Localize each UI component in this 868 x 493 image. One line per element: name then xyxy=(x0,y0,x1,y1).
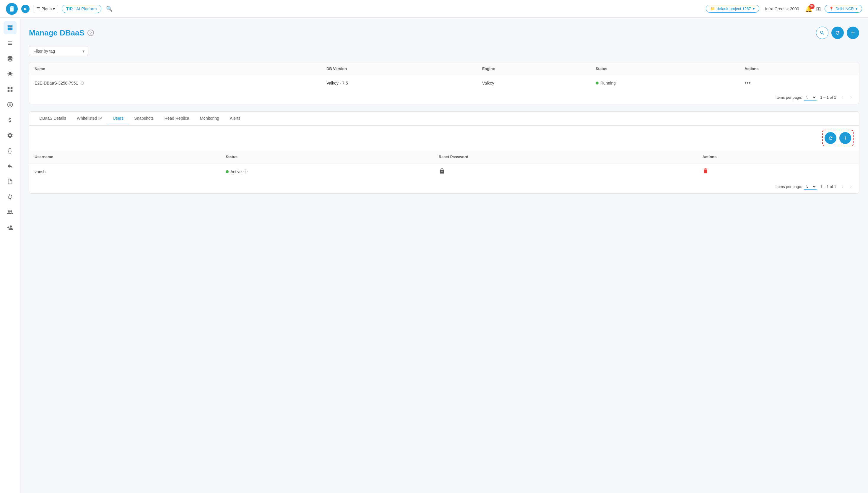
search-button[interactable] xyxy=(816,27,828,39)
users-refresh-button[interactable] xyxy=(825,132,837,144)
plans-icon: ☰ xyxy=(36,6,40,11)
main-table-pagination: Items per page: 5 10 25 1 – 1 of 1 ‹ › xyxy=(29,90,859,104)
sidebar-item-grid[interactable] xyxy=(3,83,17,96)
items-per-page-select[interactable]: 5 10 25 xyxy=(804,94,817,101)
tab-users[interactable]: Users xyxy=(108,112,129,125)
sidebar-item-billing[interactable] xyxy=(3,113,17,127)
users-pagination-prev[interactable]: ‹ xyxy=(840,183,845,190)
sidebar-item-storage[interactable] xyxy=(3,52,17,65)
sidebar-item-dashboard[interactable] xyxy=(3,21,17,34)
filter-row: Filter by tag xyxy=(29,46,859,56)
user-username: vansh xyxy=(29,164,220,180)
project-chevron-icon: ▾ xyxy=(753,6,755,11)
status-cell: Running xyxy=(596,81,734,85)
delete-user-button[interactable] xyxy=(702,169,709,175)
db-name-cell: E2E-DBaaS-3258-7951 ⊙ xyxy=(35,80,316,86)
notification-count: 34 xyxy=(809,4,815,9)
tab-snapshots[interactable]: Snapshots xyxy=(129,112,159,125)
plans-label: Plans xyxy=(41,6,52,11)
items-per-page-control: Items per page: 5 10 25 xyxy=(776,94,817,101)
db-version-cell: Valkey - 7.5 xyxy=(321,76,477,91)
notifications-bell[interactable]: 🔔 34 xyxy=(805,5,813,13)
tabs-container: DBaaS Details Whitelisted IP Users Snaps… xyxy=(29,111,859,194)
grid-menu-icon[interactable]: ⊞ xyxy=(816,5,821,13)
pagination-next[interactable]: › xyxy=(848,94,853,101)
users-table: Username Status Reset Password Actions v… xyxy=(29,150,859,180)
sidebar-item-team[interactable] xyxy=(3,206,17,219)
sidebar-item-database[interactable] xyxy=(3,37,17,50)
plans-chevron: ▾ xyxy=(53,6,55,11)
col-status: Status xyxy=(590,62,739,76)
engine-cell: Valkey xyxy=(477,76,590,91)
search-icon[interactable]: 🔍 xyxy=(106,6,113,12)
users-items-per-page-select[interactable]: 5 10 25 xyxy=(804,183,817,190)
db-name-text: E2E-DBaaS-3258-7951 xyxy=(35,81,78,85)
users-items-per-page-control: Items per page: 5 10 25 xyxy=(776,183,817,190)
tab-dbaas-details[interactable]: DBaaS Details xyxy=(34,112,71,125)
project-name: default-project-1287 xyxy=(717,6,751,11)
user-status-text: Active xyxy=(230,169,242,174)
dbaas-table-container: Name DB Version Engine Status Actions E2… xyxy=(29,62,859,104)
tab-whitelisted-ip[interactable]: Whitelisted IP xyxy=(71,112,108,125)
filter-by-tag[interactable]: Filter by tag xyxy=(29,46,88,56)
col-actions: Actions xyxy=(739,62,859,76)
add-user-button[interactable] xyxy=(839,132,851,144)
user-status-info-icon[interactable]: ⓘ xyxy=(243,169,248,174)
sidebar-item-file[interactable] xyxy=(3,175,17,188)
sidebar: {} xyxy=(0,18,20,493)
sidebar-item-code[interactable]: {} xyxy=(3,144,17,157)
pagination-prev[interactable]: ‹ xyxy=(840,94,845,101)
col-db-version: DB Version xyxy=(321,62,477,76)
sidebar-item-target[interactable] xyxy=(3,98,17,111)
topnav: ▶ ☰ Plans ▾ TIR - AI Platform 🔍 📁 defaul… xyxy=(0,0,868,18)
sidebar-item-cycle[interactable] xyxy=(3,190,17,203)
add-dbaas-button[interactable] xyxy=(847,27,859,39)
region-label: Delhi-NCR xyxy=(836,6,854,11)
sidebar-item-git[interactable] xyxy=(3,159,17,173)
project-folder-icon: 📁 xyxy=(710,6,715,11)
tabs-header: DBaaS Details Whitelisted IP Users Snaps… xyxy=(29,112,859,126)
users-col-reset-password: Reset Password xyxy=(433,150,697,164)
sidebar-item-adduser[interactable] xyxy=(3,221,17,234)
users-pagination-info: 1 – 1 of 1 xyxy=(820,185,836,189)
tab-monitoring[interactable]: Monitoring xyxy=(194,112,224,125)
expand-arrow[interactable]: ▶ xyxy=(21,5,29,13)
page-title: Manage DBaaS ? xyxy=(29,28,94,38)
copy-icon[interactable]: ⊙ xyxy=(80,80,84,86)
infra-credits: Infra Credits: 2000 xyxy=(765,6,799,11)
region-selector[interactable]: 📍 Delhi-NCR ▾ xyxy=(825,5,862,13)
reset-password-button[interactable] xyxy=(439,169,445,175)
users-col-status: Status xyxy=(220,150,433,164)
refresh-button[interactable] xyxy=(831,27,844,39)
project-selector[interactable]: 📁 default-project-1287 ▾ xyxy=(706,5,759,13)
help-icon[interactable]: ? xyxy=(87,29,94,36)
tab-read-replica[interactable]: Read Replica xyxy=(159,112,194,125)
users-table-row: vansh Active ⓘ xyxy=(29,164,859,180)
tab-alerts[interactable]: Alerts xyxy=(225,112,246,125)
users-items-per-page-label: Items per page: xyxy=(776,185,802,189)
status-text: Running xyxy=(600,81,616,85)
dbaas-table: Name DB Version Engine Status Actions E2… xyxy=(29,62,859,90)
row-actions-menu[interactable]: ••• xyxy=(744,80,751,86)
sidebar-item-settings[interactable] xyxy=(3,129,17,142)
region-pin-icon: 📍 xyxy=(829,6,834,11)
users-table-pagination: Items per page: 5 10 25 1 – 1 of 1 ‹ › xyxy=(29,180,859,193)
tab-toolbar-highlighted xyxy=(822,130,853,146)
tab-users-content: Username Status Reset Password Actions v… xyxy=(29,126,859,193)
plans-menu[interactable]: ☰ Plans ▾ xyxy=(33,5,58,13)
status-dot-icon xyxy=(596,82,599,85)
user-status-dot-icon xyxy=(226,170,229,173)
sidebar-item-network[interactable] xyxy=(3,67,17,80)
page-action-buttons xyxy=(816,27,859,39)
logo[interactable] xyxy=(6,3,18,15)
users-col-username: Username xyxy=(29,150,220,164)
items-per-page-label: Items per page: xyxy=(776,95,802,100)
pagination-info: 1 – 1 of 1 xyxy=(820,95,836,100)
users-pagination-next[interactable]: › xyxy=(848,183,853,190)
platform-label[interactable]: TIR - AI Platform xyxy=(62,5,101,13)
users-table-container: Username Status Reset Password Actions v… xyxy=(29,150,859,193)
region-chevron-icon: ▾ xyxy=(855,6,858,11)
table-row: E2E-DBaaS-3258-7951 ⊙ Valkey - 7.5 Valke… xyxy=(29,76,859,91)
page-header: Manage DBaaS ? xyxy=(29,27,859,39)
col-engine: Engine xyxy=(477,62,590,76)
